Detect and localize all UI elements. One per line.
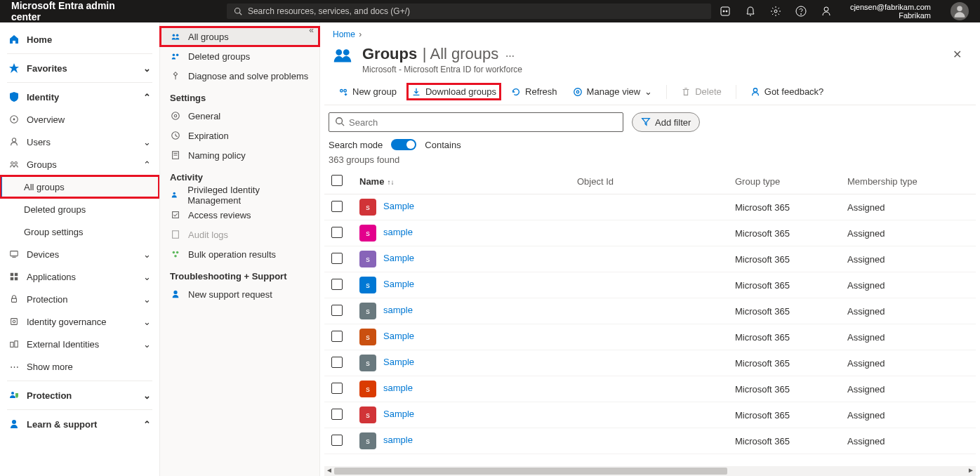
select-all-checkbox[interactable]: [331, 175, 343, 186]
nav-deleted-groups[interactable]: Deleted groups: [0, 198, 159, 220]
cell-grouptype: Microsoft 365: [728, 194, 840, 220]
page-header: Groups | All groups ⋯ Microsoft - Micros…: [320, 42, 980, 79]
nav-all-groups[interactable]: All groups: [0, 176, 159, 198]
group-name-link[interactable]: Sample: [383, 409, 414, 419]
sub-deleted-groups[interactable]: Deleted groups: [160, 46, 319, 66]
table-row[interactable]: sSample Microsoft 365 Assigned: [324, 402, 976, 428]
global-search[interactable]: Search resources, services, and docs (G+…: [227, 4, 711, 19]
avatar[interactable]: [951, 2, 969, 20]
group-name-link[interactable]: Sample: [383, 253, 414, 263]
nav-home[interactable]: Home: [0, 28, 159, 51]
sub-expiration[interactable]: Expiration: [160, 126, 319, 145]
star-icon: [8, 62, 20, 74]
nav-favorites[interactable]: Favorites ⌄: [0, 57, 159, 79]
col-grouptype[interactable]: Group type: [728, 169, 840, 194]
table-row[interactable]: sSample Microsoft 365 Assigned: [324, 194, 976, 220]
table-row[interactable]: ssample Microsoft 365 Assigned: [324, 428, 976, 454]
group-name-link[interactable]: sample: [383, 383, 413, 393]
group-name-link[interactable]: sample: [383, 227, 413, 237]
table-row[interactable]: ssample Microsoft 365 Assigned: [324, 298, 976, 324]
scroll-thumb[interactable]: [334, 468, 727, 475]
nav-group-settings[interactable]: Group settings: [0, 220, 159, 243]
row-checkbox[interactable]: [331, 279, 343, 290]
table-row[interactable]: sSample Microsoft 365 Assigned: [324, 272, 976, 298]
row-checkbox[interactable]: [331, 201, 343, 212]
group-name-link[interactable]: sample: [383, 305, 413, 315]
row-checkbox[interactable]: [331, 253, 343, 264]
close-icon[interactable]: ✕: [947, 45, 967, 64]
svg-point-54: [336, 117, 343, 124]
sub-all-groups[interactable]: All groups: [160, 27, 319, 46]
horizontal-scrollbar[interactable]: ◄ ►: [324, 466, 976, 476]
group-name-link[interactable]: Sample: [383, 201, 414, 211]
crumb-home[interactable]: Home: [333, 29, 355, 39]
grid-wrap[interactable]: Name↑↓ Object Id Group type Membership t…: [320, 169, 980, 466]
refresh-button[interactable]: Refresh: [505, 84, 563, 100]
search-input[interactable]: [349, 117, 617, 128]
sub-naming-policy[interactable]: Naming policy: [160, 145, 319, 165]
group-name-link[interactable]: Sample: [383, 279, 414, 289]
search-input-wrap[interactable]: [329, 112, 623, 132]
col-membership[interactable]: Membership type: [840, 169, 976, 194]
nav-identity-governance[interactable]: Identity governance ⌄: [0, 310, 159, 333]
row-checkbox[interactable]: [331, 357, 343, 368]
svg-point-13: [12, 138, 15, 142]
nav-protection[interactable]: Protection ⌄: [0, 288, 159, 310]
help-icon[interactable]: [795, 6, 807, 17]
table-row[interactable]: sSample Microsoft 365 Assigned: [324, 246, 976, 272]
manage-view-button[interactable]: Manage view ⌄: [567, 84, 658, 100]
nav-learn-support[interactable]: Learn & support ⌃: [0, 413, 159, 435]
group-name-link[interactable]: Sample: [383, 331, 414, 341]
nav-protection-category[interactable]: Protection ⌄: [0, 384, 159, 406]
add-filter-button[interactable]: Add filter: [632, 112, 700, 132]
sub-new-support[interactable]: New support request: [160, 284, 319, 304]
row-checkbox[interactable]: [331, 305, 343, 316]
svg-point-48: [343, 49, 350, 55]
row-checkbox[interactable]: [331, 435, 343, 446]
copilot-icon[interactable]: [720, 6, 731, 17]
sub-diagnose[interactable]: Diagnose and solve problems: [160, 66, 319, 86]
feedback-icon[interactable]: [821, 6, 832, 17]
nav-users[interactable]: Users ⌄: [0, 131, 159, 153]
scroll-left-icon[interactable]: ◄: [326, 466, 333, 474]
feedback-button[interactable]: Got feedback?: [745, 84, 830, 100]
more-icon[interactable]: ⋯: [505, 51, 515, 61]
nav-show-more[interactable]: ⋯ Show more: [0, 355, 159, 378]
sub-audit-logs[interactable]: Audit logs: [160, 225, 319, 244]
nav-groups[interactable]: Groups ⌃: [0, 153, 159, 176]
collapse-icon[interactable]: «: [309, 25, 314, 35]
table-row[interactable]: sSample Microsoft 365 Assigned: [324, 350, 976, 376]
new-group-button[interactable]: New group: [333, 84, 402, 100]
log-icon: [170, 229, 181, 240]
group-name-link[interactable]: sample: [383, 435, 413, 445]
table-row[interactable]: ssample Microsoft 365 Assigned: [324, 376, 976, 402]
row-checkbox[interactable]: [331, 409, 343, 420]
user-block[interactable]: cjensen@fabrikam.com Fabrikam: [850, 3, 931, 20]
table-row[interactable]: sSample Microsoft 365 Assigned: [324, 324, 976, 350]
nav-external-identities[interactable]: External Identities ⌄: [0, 333, 159, 355]
nav-devices[interactable]: Devices ⌄: [0, 243, 159, 265]
user-email: cjensen@fabrikam.com: [850, 3, 931, 11]
settings-icon[interactable]: [770, 6, 781, 17]
table-row[interactable]: ssample Microsoft 365 Assigned: [324, 220, 976, 246]
nav-identity[interactable]: Identity ⌃: [0, 86, 159, 108]
row-checkbox[interactable]: [331, 331, 343, 342]
row-checkbox[interactable]: [331, 227, 343, 238]
sub-access-reviews[interactable]: Access reviews: [160, 205, 319, 225]
cell-objectid: [570, 246, 728, 272]
col-objectid[interactable]: Object Id: [570, 169, 728, 194]
sub-general[interactable]: General: [160, 106, 319, 126]
group-name-link[interactable]: Sample: [383, 357, 414, 367]
sub-pim[interactable]: Privileged Identity Management: [160, 185, 319, 205]
search-mode-toggle[interactable]: [391, 139, 416, 150]
col-name[interactable]: Name↑↓: [352, 169, 570, 194]
sub-bulk-results[interactable]: Bulk operation results: [160, 244, 319, 264]
notifications-icon[interactable]: [745, 6, 756, 17]
delete-button[interactable]: Delete: [675, 84, 727, 100]
nav-overview[interactable]: Overview: [0, 108, 159, 131]
download-groups-button[interactable]: Download groups: [406, 83, 501, 100]
nav-applications[interactable]: Applications ⌄: [0, 265, 159, 288]
groups-table: Name↑↓ Object Id Group type Membership t…: [324, 169, 976, 454]
scroll-right-icon[interactable]: ►: [967, 466, 974, 474]
row-checkbox[interactable]: [331, 383, 343, 394]
